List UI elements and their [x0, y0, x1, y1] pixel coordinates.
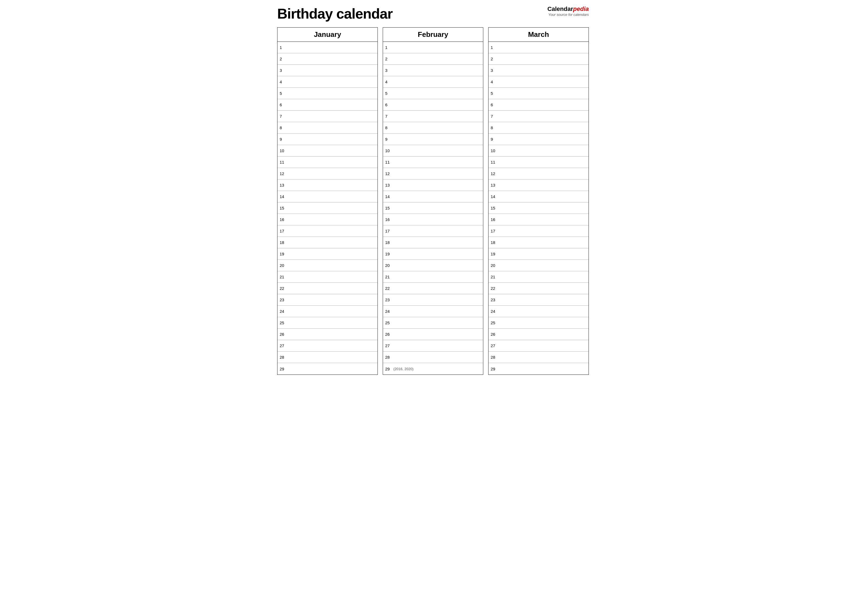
- day-row[interactable]: 25: [488, 317, 589, 328]
- day-row[interactable]: 17: [488, 225, 589, 237]
- day-number: 4: [491, 80, 498, 84]
- day-row[interactable]: 14: [488, 191, 589, 203]
- day-row[interactable]: 29: [277, 363, 378, 374]
- day-row[interactable]: 28: [488, 352, 589, 363]
- day-row[interactable]: 2: [383, 53, 483, 65]
- day-row[interactable]: 28: [383, 352, 483, 363]
- day-row[interactable]: 6: [277, 99, 378, 111]
- day-row[interactable]: 19: [488, 248, 589, 260]
- day-row[interactable]: 20: [488, 260, 589, 271]
- day-row[interactable]: 16: [383, 214, 483, 225]
- day-number: 13: [385, 183, 393, 187]
- day-row[interactable]: 23: [488, 294, 589, 306]
- page-title: Birthday calendar: [277, 5, 392, 22]
- day-row[interactable]: 28: [277, 352, 378, 363]
- day-row[interactable]: 26: [277, 328, 378, 340]
- month-header-february: February: [383, 28, 483, 42]
- day-row[interactable]: 5: [488, 88, 589, 99]
- day-row[interactable]: 14: [383, 191, 483, 203]
- day-row[interactable]: 12: [488, 168, 589, 179]
- day-row[interactable]: 8: [488, 122, 589, 134]
- day-row[interactable]: 7: [277, 111, 378, 122]
- day-row[interactable]: 27: [277, 340, 378, 352]
- day-row[interactable]: 21: [383, 271, 483, 283]
- day-row[interactable]: 1: [277, 42, 378, 53]
- day-row[interactable]: 27: [383, 340, 483, 352]
- day-row[interactable]: 24: [277, 306, 378, 317]
- day-row[interactable]: 21: [277, 271, 378, 283]
- day-row[interactable]: 24: [383, 306, 483, 317]
- day-row[interactable]: 25: [383, 317, 483, 328]
- day-row[interactable]: 20: [383, 260, 483, 271]
- day-number: 21: [280, 275, 287, 279]
- day-number: 12: [491, 171, 498, 176]
- day-row[interactable]: 11: [383, 157, 483, 168]
- day-row[interactable]: 6: [383, 99, 483, 111]
- day-row[interactable]: 10: [383, 145, 483, 157]
- day-row[interactable]: 11: [488, 157, 589, 168]
- day-number: 5: [280, 91, 287, 96]
- day-row[interactable]: 23: [383, 294, 483, 306]
- day-row[interactable]: 10: [277, 145, 378, 157]
- day-row[interactable]: 22: [383, 283, 483, 294]
- day-row[interactable]: 15: [383, 203, 483, 214]
- day-row[interactable]: 9: [383, 134, 483, 145]
- day-row[interactable]: 18: [383, 237, 483, 248]
- day-number: 22: [491, 286, 498, 291]
- day-row[interactable]: 14: [277, 191, 378, 203]
- day-row[interactable]: 15: [488, 203, 589, 214]
- day-row[interactable]: 4: [277, 76, 378, 88]
- day-row[interactable]: 16: [488, 214, 589, 225]
- day-number: 26: [280, 332, 287, 336]
- day-row[interactable]: 29: [488, 363, 589, 374]
- day-row[interactable]: 16: [277, 214, 378, 225]
- day-row[interactable]: 3: [277, 65, 378, 76]
- day-row[interactable]: 29 (2016, 2020): [383, 363, 483, 374]
- day-row[interactable]: 8: [277, 122, 378, 134]
- day-row[interactable]: 9: [488, 134, 589, 145]
- day-row[interactable]: 17: [383, 225, 483, 237]
- day-row[interactable]: 20: [277, 260, 378, 271]
- day-row[interactable]: 23: [277, 294, 378, 306]
- day-row[interactable]: 18: [488, 237, 589, 248]
- day-row[interactable]: 6: [488, 99, 589, 111]
- day-row[interactable]: 22: [277, 283, 378, 294]
- day-number: 2: [280, 57, 287, 61]
- day-row[interactable]: 11: [277, 157, 378, 168]
- day-row[interactable]: 12: [277, 168, 378, 179]
- day-row[interactable]: 3: [488, 65, 589, 76]
- day-row[interactable]: 27: [488, 340, 589, 352]
- day-row[interactable]: 10: [488, 145, 589, 157]
- day-row[interactable]: 3: [383, 65, 483, 76]
- day-row[interactable]: 17: [277, 225, 378, 237]
- day-row[interactable]: 12: [383, 168, 483, 179]
- day-row[interactable]: 1: [383, 42, 483, 53]
- day-row[interactable]: 13: [488, 179, 589, 191]
- day-row[interactable]: 19: [383, 248, 483, 260]
- day-row[interactable]: 21: [488, 271, 589, 283]
- day-row[interactable]: 1: [488, 42, 589, 53]
- day-row[interactable]: 7: [383, 111, 483, 122]
- day-number: 23: [385, 297, 393, 302]
- day-row[interactable]: 24: [488, 306, 589, 317]
- day-row[interactable]: 26: [488, 328, 589, 340]
- day-number: 11: [280, 160, 287, 165]
- day-row[interactable]: 25: [277, 317, 378, 328]
- day-row[interactable]: 15: [277, 203, 378, 214]
- day-row[interactable]: 13: [383, 179, 483, 191]
- day-row[interactable]: 5: [383, 88, 483, 99]
- day-row[interactable]: 26: [383, 328, 483, 340]
- day-row[interactable]: 2: [488, 53, 589, 65]
- day-row[interactable]: 7: [488, 111, 589, 122]
- day-row[interactable]: 5: [277, 88, 378, 99]
- day-row[interactable]: 19: [277, 248, 378, 260]
- day-row[interactable]: 4: [383, 76, 483, 88]
- day-row[interactable]: 4: [488, 76, 589, 88]
- day-row[interactable]: 8: [383, 122, 483, 134]
- day-row[interactable]: 18: [277, 237, 378, 248]
- day-row[interactable]: 2: [277, 53, 378, 65]
- day-row[interactable]: 13: [277, 179, 378, 191]
- day-row[interactable]: 22: [488, 283, 589, 294]
- day-row[interactable]: 9: [277, 134, 378, 145]
- day-number: 14: [385, 194, 393, 199]
